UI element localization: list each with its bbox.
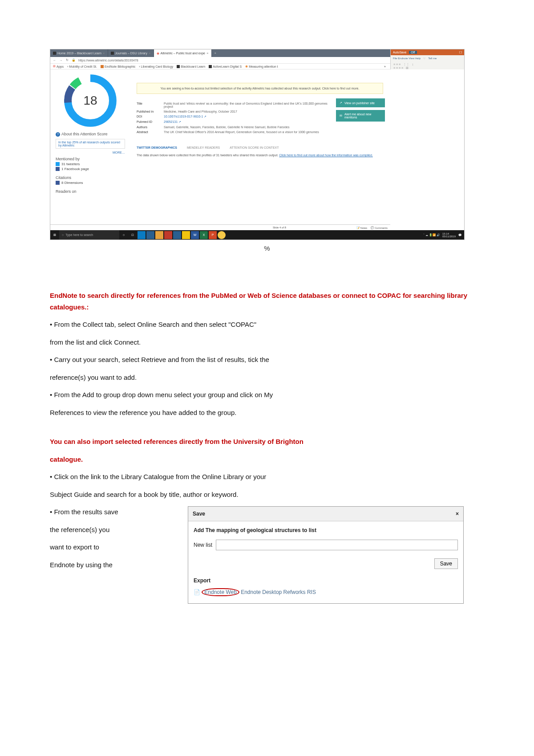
score-description: In the top 25% of all research outputs s… [56, 139, 125, 149]
back-button[interactable]: ← [53, 59, 57, 62]
chrome-icon[interactable] [218, 231, 226, 239]
export-other-link[interactable]: Endnote Desktop Refworks RIS [241, 589, 316, 595]
ppt-icon[interactable]: P [209, 231, 217, 239]
para-6: References to view the reference you hav… [50, 407, 484, 419]
para-2: from the list and click Connect. [50, 337, 484, 348]
mentioned-heading: Mentioned by [56, 157, 125, 161]
export-links: 📄 Endnote Web Endnote Desktop Refworks R… [194, 588, 458, 597]
forward-button[interactable]: → [59, 59, 63, 62]
secure-icon: 🔒 [72, 58, 76, 62]
notification-icon[interactable]: 💬 [458, 233, 461, 236]
altmetric-sidebar: 18 ?About this Attention Score In the to… [50, 69, 129, 240]
altmetric-donut: 18 [64, 74, 117, 127]
para-1: • From the Collect tab, select Online Se… [50, 319, 484, 330]
new-list-input[interactable] [216, 540, 458, 550]
save-title: Save [193, 509, 205, 518]
heading-endnote: EndNote to search directly for reference… [50, 290, 484, 313]
citations-heading: Citations [56, 175, 125, 180]
save-subtitle: Add The mapping of geological structures… [194, 526, 458, 535]
app-icon-1[interactable] [164, 231, 172, 239]
meta-published: Medicine, Health Care and Philosophy, Oc… [164, 110, 330, 113]
tweeter-count[interactable]: 31 tweeters [56, 162, 125, 166]
word-user-icon: ☐ [459, 51, 462, 54]
facebook-count[interactable]: 1 Facebook page [56, 167, 125, 171]
heading-import-1: You can also import selected references … [50, 436, 484, 447]
app-icon-2[interactable] [182, 231, 190, 239]
bookmark-3[interactable]: › Liberating Card Biology [139, 65, 173, 68]
bookmark-1[interactable]: › Mobility of Credit St. [67, 65, 97, 68]
para-7: • Click on the link to the Library Catal… [50, 471, 484, 483]
new-tab-button[interactable]: + [212, 52, 219, 55]
para-4: reference(s) you want to add. [50, 372, 484, 383]
word-tell-me[interactable]: Tell me [428, 57, 437, 60]
bookmark-6[interactable]: ◉ Measuring attention t [245, 65, 278, 68]
attention-score: 18 [83, 93, 97, 108]
para-9b: the reference(s) you [50, 524, 179, 536]
mail-icon[interactable] [146, 231, 154, 239]
more-link[interactable]: More… [56, 151, 125, 154]
cortana-icon[interactable]: ○ [120, 231, 128, 239]
taskbar-search[interactable]: ○ Type here to search [59, 230, 119, 240]
browser-tab-2[interactable]: Journals – DSU Library × [108, 49, 154, 57]
altmetric-main: You are seeing a free-to-access but limi… [129, 69, 388, 240]
info-banner[interactable]: You are seeing a free-to-access but limi… [137, 83, 383, 94]
export-label: Export [194, 576, 458, 585]
word-icon[interactable]: W [191, 231, 199, 239]
edge-icon[interactable] [138, 231, 146, 239]
folder-icon[interactable] [155, 231, 163, 239]
bookmark-2[interactable]: EndNote Bibliographic [101, 65, 135, 68]
save-button[interactable]: Save [434, 558, 458, 569]
about-score-heading: ?About this Attention Score [56, 132, 125, 137]
comments-button[interactable]: Comments [375, 227, 388, 229]
browser-tab-1[interactable]: Home 2019 – Blackboard Learn × [50, 49, 108, 57]
dimensions-count[interactable]: 8 Dimensions [56, 181, 125, 185]
alert-me-button[interactable]: ✉ Alert me about new mentions [336, 110, 385, 122]
autosave-label: AutoSave [393, 51, 406, 54]
word-sign-in[interactable]: Off [409, 51, 417, 54]
apps-button[interactable]: ⊞ Apps [53, 65, 64, 68]
reload-button[interactable]: ↻ [65, 58, 69, 62]
view-publisher-button[interactable]: ↗ View on publisher site [336, 98, 385, 107]
para-9c: want to export to [50, 541, 179, 553]
notes-button[interactable]: Notes [360, 227, 368, 229]
meta-doi[interactable]: 10.1007/s11019-017-9810-1 ↗ [164, 115, 330, 118]
browser-tab-3[interactable]: ◉ Altmetric – Public trust and expe × [154, 49, 212, 57]
percent-marker: % [50, 244, 484, 252]
meta-authors: Samuel, Gabrielle, Nassim, Farsides, Bob… [164, 126, 330, 129]
para-3: • Carry out your search, select Retrieve… [50, 354, 484, 366]
document-body: EndNote to search directly for reference… [50, 290, 484, 604]
meta-title: Public trust and 'ethics review' as a co… [164, 102, 330, 108]
tray-icons[interactable]: ˄ ☁ 🔋 📶 🔊 [423, 233, 440, 236]
para-5: • From the Add to group drop down menu s… [50, 389, 484, 401]
endnote-web-link[interactable]: Endnote Web [202, 588, 239, 596]
new-list-label: New list [194, 541, 212, 549]
clock[interactable]: 15:1405/11/2019 [442, 232, 456, 238]
tab-context[interactable]: ATTENTION SCORE IN CONTEXT [230, 146, 279, 149]
presentation-footer: Slide 4 of 8 📝 Notes 💬 Comments [50, 224, 390, 230]
bookmark-overflow[interactable]: » [384, 65, 386, 68]
start-button[interactable]: ⊞ [50, 233, 59, 237]
help-icon[interactable]: ? [56, 132, 60, 137]
word-tabs: File Endnote View Help ♡ Tell me [391, 55, 464, 61]
bookmark-5[interactable]: ActiveLearn Digital S [209, 65, 242, 68]
tab-twitter[interactable]: TWITTER DEMOGRAPHICS [137, 146, 177, 149]
close-icon[interactable]: × [456, 509, 459, 518]
word-titlebar: AutoSave Off ☐ [391, 49, 464, 55]
heading-import-2: catalogue. [50, 454, 484, 465]
windows-taskbar: ⊞ ○ Type here to search ○ ⊡ W X P ˄ ☁ 🔋 … [50, 230, 464, 240]
para-8: Subject Guide and search for a book by t… [50, 489, 484, 500]
para-9a: • From the results save [50, 506, 179, 518]
demographics-tabs: TWITTER DEMOGRAPHICS MENDELEY READERS AT… [137, 146, 383, 149]
task-view-icon[interactable]: ⊡ [129, 231, 137, 239]
demographics-description: The data shown below were collected from… [137, 154, 383, 157]
word-tab-list[interactable]: File Endnote View Help [393, 57, 421, 60]
save-dialog: Save × Add The mapping of geological str… [188, 506, 464, 604]
meta-pubmed[interactable]: 29052131 ↗ [164, 120, 330, 124]
excel-icon[interactable]: X [200, 231, 208, 239]
tab-mendeley[interactable]: MENDELEY READERS [187, 146, 220, 149]
bookmark-4[interactable]: Blackboard Learn [177, 65, 205, 68]
store-icon[interactable] [173, 231, 181, 239]
compile-info-link[interactable]: Click here to find out more about how th… [279, 154, 373, 157]
para-9d: Endnote by using the [50, 559, 179, 571]
slide-counter: Slide 4 of 8 [273, 226, 286, 229]
